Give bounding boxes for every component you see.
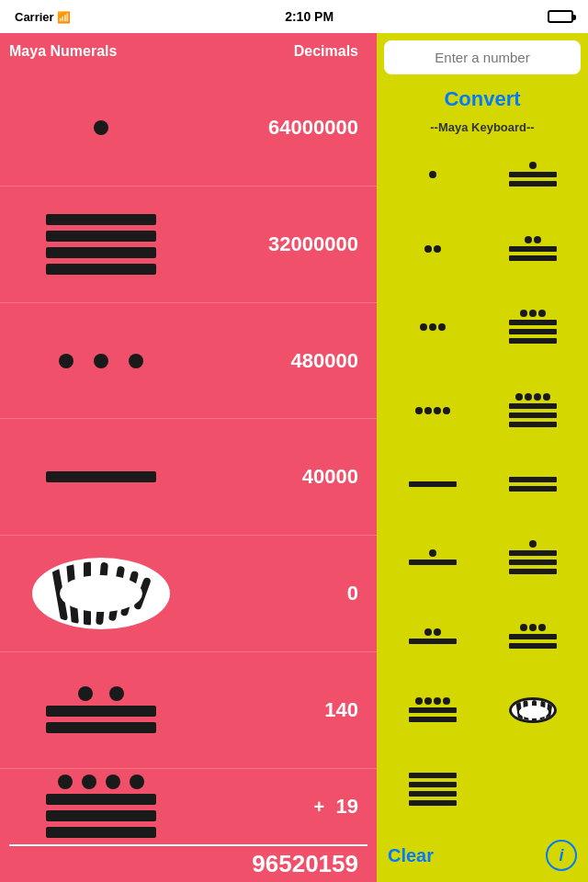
- table-row: 64000000: [0, 70, 377, 187]
- maya-symbol-2: [9, 211, 193, 277]
- decimal-header: Decimals: [193, 43, 368, 60]
- table-row: 32000000: [0, 187, 377, 303]
- maya-symbol-last: [9, 773, 193, 841]
- number-input[interactable]: [384, 40, 581, 74]
- wifi-icon: 📶: [57, 11, 71, 24]
- total-sum: 96520159: [9, 846, 368, 878]
- clear-button[interactable]: Clear: [388, 845, 434, 866]
- right-panel: Convert --Maya Keyboard--: [377, 33, 588, 882]
- column-headers: Maya Numerals Decimals: [0, 33, 377, 70]
- maya-keyboard: [384, 140, 581, 829]
- kb-key-1bar[interactable]: [484, 140, 581, 209]
- kb-key-3[interactable]: [384, 288, 481, 367]
- decimal-value-3: 480000: [193, 349, 368, 373]
- maya-symbol-1: [9, 119, 193, 137]
- kb-key-3bar[interactable]: [484, 288, 581, 367]
- kb-key-4[interactable]: [384, 370, 481, 449]
- last-addend: 19: [336, 795, 358, 818]
- kb-key-bar4[interactable]: [384, 750, 481, 829]
- kb-key-bar2[interactable]: [484, 454, 581, 514]
- maya-symbol-6: [9, 684, 193, 736]
- carrier-text: Carrier 📶: [15, 10, 71, 24]
- bottom-bar: Clear i: [384, 832, 581, 875]
- maya-symbol-zero: [9, 558, 193, 629]
- maya-symbol-4: [9, 469, 193, 485]
- plus-sign: +: [313, 797, 324, 817]
- decimal-value-6: 140: [193, 698, 368, 722]
- table-row: 0: [0, 536, 377, 652]
- kb-key-4dot2bar[interactable]: [384, 675, 481, 745]
- numerals-list: 64000000 32000000: [0, 70, 377, 882]
- kb-key-1[interactable]: [384, 140, 481, 209]
- kb-key-dot2bar[interactable]: [484, 518, 581, 597]
- kb-key-2dot1bar[interactable]: [384, 602, 481, 672]
- decimal-value-1: 64000000: [193, 116, 368, 140]
- kb-key-2bar[interactable]: [484, 213, 581, 283]
- kb-key-dot1bar[interactable]: [384, 518, 481, 597]
- left-panel: Maya Numerals Decimals 64000000: [0, 33, 377, 882]
- table-row: 40000: [0, 419, 377, 536]
- kb-key-zero[interactable]: [484, 675, 581, 745]
- maya-symbol-3: [9, 352, 193, 370]
- table-row-last: + 19 96520159: [0, 769, 377, 882]
- maya-header: Maya Numerals: [9, 43, 193, 60]
- info-button[interactable]: i: [546, 840, 577, 871]
- status-bar: Carrier 📶 2:10 PM: [0, 0, 588, 33]
- main-container: Maya Numerals Decimals 64000000: [0, 33, 588, 882]
- kb-key-4bar[interactable]: [484, 370, 581, 449]
- kb-key-3dot2bar[interactable]: [484, 602, 581, 672]
- battery-icon: [548, 10, 573, 23]
- table-row: 140: [0, 652, 377, 769]
- keyboard-title: --Maya Keyboard--: [384, 120, 581, 134]
- convert-button[interactable]: Convert: [384, 82, 581, 117]
- decimal-value-2: 32000000: [193, 232, 368, 256]
- table-row: 480000: [0, 303, 377, 420]
- decimal-value-4: 40000: [193, 465, 368, 489]
- time-display: 2:10 PM: [285, 9, 334, 24]
- kb-key-bar1[interactable]: [384, 454, 481, 514]
- decimal-value-zero: 0: [193, 582, 368, 605]
- kb-key-2[interactable]: [384, 213, 481, 283]
